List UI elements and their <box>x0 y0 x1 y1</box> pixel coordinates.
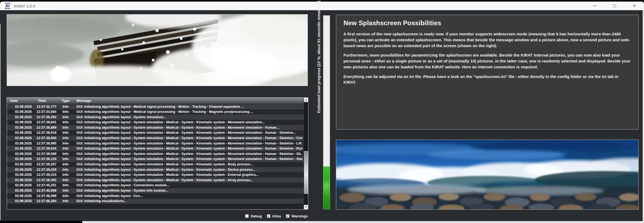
table-cell: 12:37:39,259 <box>36 168 56 172</box>
column-header-time[interactable]: Time <box>38 99 46 103</box>
news-paragraph: Everything can be adjusted via an ini fi… <box>343 74 631 86</box>
table-cell: GUI: Initializing algorithmic layout - M… <box>76 105 302 109</box>
filter-checkbox-label: Warnings <box>291 214 308 218</box>
table-cell: 12:37:32,777 <box>36 105 56 109</box>
table-cell: Info <box>62 126 69 129</box>
table-cell: 12:37:45,251 <box>36 183 56 187</box>
splash-photo-sea-groyne <box>7 14 308 86</box>
table-row[interactable]: 02.09.202512:37:38,292InfoGUI: Initializ… <box>7 114 304 120</box>
table-cell: 02.09.2025 <box>15 189 32 192</box>
table-cell: GUI: Initializing algorithmic layout - S… <box>76 173 302 177</box>
titlebar[interactable]: Ki KiRAT 3.6.0 ✕ <box>0 2 644 10</box>
table-row[interactable]: 02.09.202512:37:39,259InfoGUI: Initializ… <box>7 167 304 172</box>
table-cell: 12:37:39,207 <box>36 162 56 166</box>
table-cell: 12:37:39,315 <box>36 173 56 177</box>
checkbox-checked-icon[interactable]: ✓ <box>286 214 290 218</box>
table-row[interactable]: 02.09.202512:37:39,315InfoGUI: Initializ… <box>7 172 304 178</box>
window-controls: ✕ <box>591 2 644 10</box>
table-cell: 02.09.2025 <box>15 157 32 161</box>
table-row[interactable]: 02.09.202512:37:45,251InfoGUI: Initializ… <box>7 183 304 188</box>
table-cell: 02.09.2025 <box>15 183 32 187</box>
scroll-down-icon: ▼ <box>305 206 307 208</box>
checkbox-unchecked-icon[interactable] <box>245 214 249 218</box>
load-progress-fill <box>323 166 330 209</box>
table-row[interactable]: 02.09.202512:37:39,355InfoGUI: Initializ… <box>7 177 304 183</box>
table-cell: 02.09.2025 <box>15 120 32 124</box>
table-row[interactable]: 02.09.202512:37:45,968InfoGUI: Initializ… <box>7 188 304 194</box>
table-cell: GUI: Initializing algorithmic layout - C… <box>76 183 302 187</box>
table-row[interactable]: 02.09.202512:37:46,284InfoGUI: Initializ… <box>7 199 304 204</box>
table-cell: Info <box>62 189 69 192</box>
table-cell: GUI: Initializing visualizations... <box>76 199 302 203</box>
table-cell: 02.09.2025 <box>15 162 32 166</box>
table-cell: GUI: Initializing algorithmic layout - S… <box>76 152 302 156</box>
table-cell: GUI: Initializing algorithmic layout - S… <box>76 147 302 150</box>
table-cell: GUI: Initializing algorithmic layout - S… <box>76 142 302 145</box>
log-table-scrollbar[interactable]: ▲ ▼ <box>304 98 308 209</box>
table-row[interactable]: 02.09.202512:37:38,918InfoGUI: Initializ… <box>7 130 304 136</box>
table-cell: 12:37:38,889 <box>36 126 56 129</box>
table-row[interactable]: 02.09.202512:37:38,955InfoGUI: Initializ… <box>7 136 304 141</box>
table-cell: 12:37:39,125 <box>36 157 56 161</box>
column-header-type[interactable]: Type <box>62 99 69 103</box>
table-cell: Info <box>62 136 69 140</box>
table-cell: 02.09.2025 <box>15 115 32 119</box>
filter-checkbox-warnings[interactable]: ✓Warnings <box>286 214 308 218</box>
table-cell: GUI: Initializing algorithmic layout - S… <box>76 189 302 192</box>
table-row[interactable]: 02.09.202512:37:46,099InfoGUI: Initializ… <box>7 193 304 199</box>
minimize-button[interactable] <box>591 2 598 10</box>
log-table: Date Time Type Message 02.09.202512:37:3… <box>7 97 308 210</box>
table-cell: Info <box>62 162 69 166</box>
filter-checkbox-debug[interactable]: Debug <box>245 214 262 218</box>
table-cell: 12:37:39,034 <box>36 147 56 150</box>
table-cell: 02.09.2025 <box>15 168 32 172</box>
table-cell: 02.09.2025 <box>15 142 32 145</box>
table-cell: 02.09.2025 <box>15 147 32 150</box>
table-cell: GUI: Initializing algorithmic layout - S… <box>76 178 302 182</box>
table-cell: 12:37:38,292 <box>36 115 56 119</box>
checkbox-checked-icon[interactable]: ✓ <box>267 214 271 218</box>
window-title: KiRAT 3.6.0 <box>14 4 35 8</box>
table-row[interactable]: 02.09.202512:37:39,034InfoGUI: Initializ… <box>7 146 304 151</box>
table-row[interactable]: 02.09.202512:37:39,089InfoGUI: Initializ… <box>7 151 304 157</box>
table-cell: Info <box>62 147 69 150</box>
table-row[interactable]: 02.09.202512:37:38,841InfoGUI: Initializ… <box>7 120 304 125</box>
table-row[interactable]: 02.09.202512:37:38,889InfoGUI: Initializ… <box>7 125 304 130</box>
table-cell: 12:37:39,089 <box>36 152 56 156</box>
column-header-message[interactable]: Message <box>76 99 91 103</box>
scroll-up-icon: ▲ <box>305 99 307 101</box>
filter-checkbox-infos[interactable]: ✓Infos <box>267 214 281 218</box>
table-cell: 02.09.2025 <box>15 178 32 182</box>
table-cell: Info <box>62 115 69 119</box>
table-row[interactable]: 02.09.202512:37:38,995InfoGUI: Initializ… <box>7 141 304 146</box>
load-progress-bar <box>323 15 330 209</box>
table-row[interactable]: 02.09.202512:37:39,207InfoGUI: Initializ… <box>7 162 304 167</box>
close-button[interactable]: ✕ <box>631 2 638 10</box>
progress-label: Estimated load progress (22 %, about 91 … <box>317 11 321 113</box>
table-row[interactable]: 02.09.202512:37:33,684InfoGUI: Initializ… <box>7 109 304 115</box>
table-cell: Info <box>62 157 69 161</box>
column-header-date[interactable]: Date <box>10 99 18 103</box>
table-row[interactable]: 02.09.202512:37:32,777InfoGUI: Initializ… <box>7 104 304 109</box>
scroll-down-button[interactable]: ▼ <box>304 205 308 209</box>
table-cell: Info <box>62 194 69 198</box>
table-cell: Info <box>62 199 69 203</box>
table-cell: 02.09.2025 <box>15 152 32 156</box>
table-cell: 02.09.2025 <box>15 131 32 135</box>
table-cell: Info <box>62 142 69 145</box>
table-cell: Info <box>62 131 69 135</box>
table-row[interactable]: 02.09.202512:37:39,125InfoGUI: Initializ… <box>7 157 304 162</box>
table-cell: Info <box>62 110 69 114</box>
table-cell: Info <box>62 178 69 182</box>
table-cell: Info <box>62 105 69 109</box>
kirat-logo: Ki <box>5 3 10 9</box>
filter-checkbox-label: Debug <box>251 214 262 218</box>
news-paragraph: A first version of the new splashscreen … <box>343 31 631 49</box>
window-bottom-edge <box>82 221 644 223</box>
splash-photo-blue-waves <box>336 140 639 210</box>
scroll-up-button[interactable]: ▲ <box>304 98 308 102</box>
log-table-header: Date Time Type Message <box>7 98 304 104</box>
scrollbar-thumb[interactable] <box>304 151 308 194</box>
table-cell: 12:37:33,684 <box>36 110 56 114</box>
maximize-button[interactable] <box>611 2 618 10</box>
